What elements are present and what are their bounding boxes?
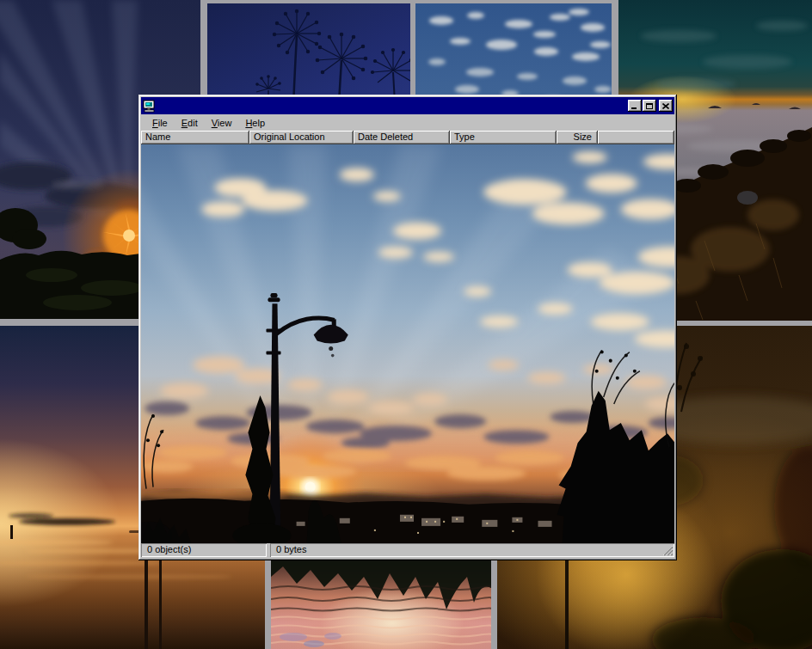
column-header-name[interactable]: Name bbox=[141, 131, 249, 144]
minimize-icon bbox=[631, 107, 637, 109]
maximize-icon bbox=[646, 103, 653, 109]
column-header-type[interactable]: Type bbox=[450, 131, 557, 144]
explorer-window: File Edit View Help Name Original Locati… bbox=[138, 95, 677, 560]
column-header-row: Name Original Location Date Deleted Type… bbox=[141, 131, 674, 144]
column-header-blank[interactable] bbox=[598, 131, 674, 144]
computer-icon[interactable] bbox=[143, 100, 157, 113]
menu-file[interactable]: File bbox=[147, 116, 173, 130]
menu-help[interactable]: Help bbox=[240, 116, 270, 130]
close-icon bbox=[662, 103, 669, 109]
maximize-button[interactable] bbox=[643, 100, 656, 112]
resize-grip[interactable] bbox=[662, 545, 674, 556]
menu-edit[interactable]: Edit bbox=[176, 116, 203, 130]
status-objects: 0 object(s) bbox=[141, 543, 267, 557]
status-bytes-text: 0 bytes bbox=[276, 544, 306, 554]
column-header-size[interactable]: Size bbox=[557, 131, 598, 144]
menu-bar: File Edit View Help bbox=[141, 114, 674, 131]
menu-view[interactable]: View bbox=[206, 116, 237, 130]
sunset-lamp-photo bbox=[141, 144, 674, 543]
column-header-date-deleted[interactable]: Date Deleted bbox=[354, 131, 450, 144]
file-list-view[interactable] bbox=[141, 144, 674, 543]
close-button[interactable] bbox=[659, 100, 673, 112]
column-header-original-location[interactable]: Original Location bbox=[249, 131, 354, 144]
minimize-button[interactable] bbox=[628, 100, 642, 112]
status-bar: 0 object(s) 0 bytes bbox=[141, 543, 674, 557]
title-bar[interactable] bbox=[141, 97, 674, 114]
status-bytes: 0 bytes bbox=[270, 543, 674, 557]
desktop: File Edit View Help Name Original Locati… bbox=[0, 0, 812, 649]
